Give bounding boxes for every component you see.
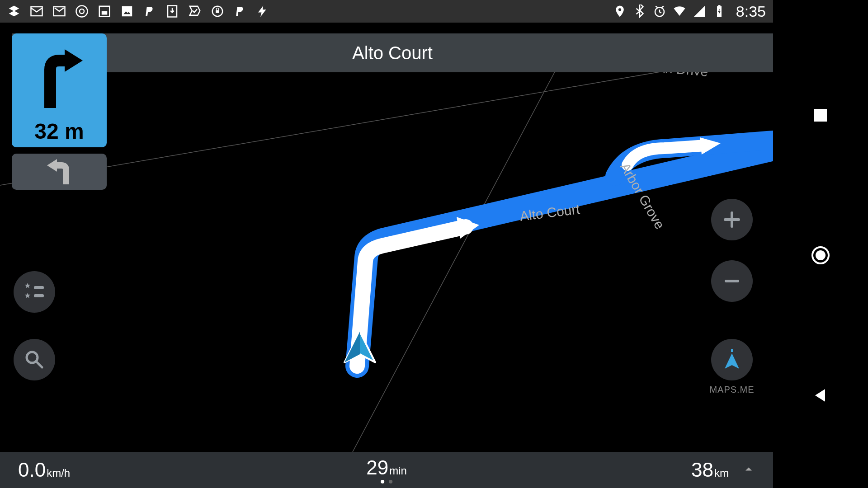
turn-right-icon xyxy=(32,33,86,119)
page-dot xyxy=(389,480,392,483)
turn-distance: 32 m xyxy=(34,119,84,144)
svg-line-24 xyxy=(37,362,42,367)
eta-readout: 29 min xyxy=(366,456,407,483)
distance-value: 38 xyxy=(691,459,713,481)
page-dot-active xyxy=(381,480,384,483)
street-name-bar[interactable]: Alto Court xyxy=(12,33,773,72)
download-icon xyxy=(165,5,179,18)
android-system-navbar xyxy=(773,23,868,488)
svg-marker-20 xyxy=(47,159,57,172)
map-canvas[interactable]: Alto Court Arbor Grove man Drive xyxy=(0,23,773,452)
status-right-icons: 8:35 xyxy=(613,3,766,20)
speed-value: 0.0 xyxy=(18,459,46,481)
layers-icon xyxy=(7,5,21,18)
svg-rect-30 xyxy=(814,109,827,122)
status-time: 8:35 xyxy=(736,3,766,20)
svg-rect-4 xyxy=(102,11,108,15)
zoom-in-button[interactable] xyxy=(711,199,753,240)
compass-label: MAPS.ME xyxy=(709,385,754,395)
svg-rect-28 xyxy=(731,349,733,352)
svg-rect-5 xyxy=(122,6,132,17)
back-button[interactable] xyxy=(809,384,832,407)
distance-unit: km xyxy=(714,467,729,479)
chrome-icon xyxy=(75,5,89,18)
bluetooth-icon xyxy=(633,5,646,18)
speed-readout: 0.0 km/h xyxy=(18,459,70,481)
home-button[interactable] xyxy=(809,244,832,267)
location-icon xyxy=(613,5,627,18)
recent-apps-button[interactable] xyxy=(809,104,832,127)
current-position-marker xyxy=(340,328,380,370)
time-value: 29 xyxy=(366,456,388,479)
time-unit: min xyxy=(389,465,407,477)
app-area: Alto Court Arbor Grove man Drive Alto Co… xyxy=(0,23,773,488)
navigation-bottom-bar[interactable]: 0.0 km/h 29 min 38 km xyxy=(0,452,773,488)
svg-point-2 xyxy=(80,9,84,14)
cell-signal-icon xyxy=(693,5,706,18)
wifi-icon xyxy=(673,5,686,18)
svg-rect-21 xyxy=(34,286,44,289)
svg-rect-22 xyxy=(34,294,44,297)
svg-rect-8 xyxy=(216,10,219,13)
compass-button[interactable]: MAPS.ME xyxy=(711,339,753,380)
gmail-icon xyxy=(52,5,66,18)
minus-icon xyxy=(722,271,742,291)
shield-lock-icon xyxy=(211,5,224,18)
search-button[interactable] xyxy=(14,339,55,380)
turn-left-icon xyxy=(43,157,75,186)
turn-instruction-primary[interactable]: 32 m xyxy=(12,33,107,147)
turn-instruction-secondary[interactable] xyxy=(12,154,107,190)
bookmarks-list-icon xyxy=(23,281,46,303)
svg-marker-19 xyxy=(65,49,83,72)
page-indicator xyxy=(381,480,392,483)
compass-arrow-icon xyxy=(719,347,745,372)
plus-icon xyxy=(722,209,742,230)
status-bar: 8:35 xyxy=(0,0,773,23)
svg-point-32 xyxy=(816,250,826,260)
distance-readout: 38 km xyxy=(691,459,729,481)
check-shield-icon xyxy=(188,5,202,18)
search-icon xyxy=(24,349,45,370)
speed-unit: km/h xyxy=(47,467,70,479)
bookmarks-button[interactable] xyxy=(14,271,55,313)
lightning-icon xyxy=(256,5,269,18)
square-icon xyxy=(98,5,111,18)
svg-marker-29 xyxy=(725,353,739,369)
expand-panel-button[interactable] xyxy=(742,463,755,477)
paypal-icon xyxy=(143,5,156,18)
paypal-icon xyxy=(233,5,247,18)
status-left-icons xyxy=(7,5,269,18)
alarm-icon xyxy=(653,5,666,18)
image-icon xyxy=(120,5,134,18)
current-street-label: Alto Court xyxy=(352,43,433,63)
svg-marker-33 xyxy=(815,389,825,402)
battery-charging-icon xyxy=(712,5,726,18)
mail-icon xyxy=(30,5,43,18)
zoom-out-button[interactable] xyxy=(711,260,753,302)
svg-point-1 xyxy=(76,6,88,17)
svg-rect-12 xyxy=(718,5,720,6)
svg-point-9 xyxy=(618,8,621,11)
